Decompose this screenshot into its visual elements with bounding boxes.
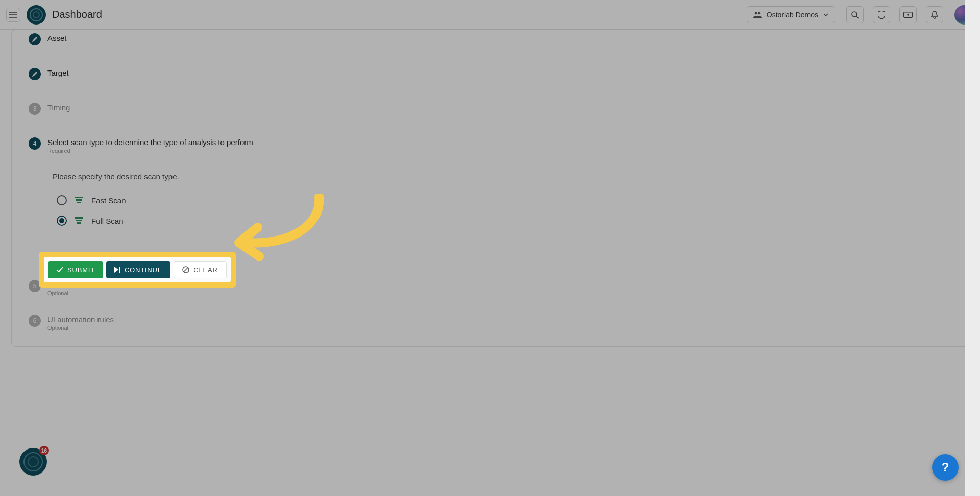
clear-label: CLEAR [193, 266, 217, 274]
step-3-label[interactable]: Timing [47, 103, 968, 112]
clear-button[interactable]: CLEAR [174, 261, 226, 278]
scan-type-fast[interactable]: Fast Scan [53, 195, 968, 205]
step-2-label[interactable]: Target [47, 68, 968, 77]
step-1-marker [29, 33, 41, 45]
search-icon [851, 11, 859, 19]
svg-rect-11 [119, 267, 120, 273]
radio-full-label: Full Scan [91, 217, 124, 225]
svg-rect-8 [75, 217, 83, 219]
help-label: ? [942, 460, 949, 475]
radio-full[interactable] [57, 216, 67, 226]
submit-label: SUBMIT [67, 266, 95, 274]
svg-point-4 [907, 14, 909, 16]
step-1-label[interactable]: Asset [47, 34, 968, 42]
scan-type-full[interactable]: Full Scan [53, 216, 968, 226]
org-selector[interactable]: Ostorlab Demos [747, 6, 835, 23]
radio-fast-label: Fast Scan [91, 196, 126, 205]
continue-label: CONTINUE [125, 266, 162, 274]
right-pane-edge [965, 0, 980, 496]
bell-icon [931, 11, 938, 19]
layers-icon [74, 196, 84, 204]
step-6-label[interactable]: UI automation rules [47, 315, 968, 324]
support-badge: 16 [39, 446, 49, 455]
brand-logo[interactable] [27, 5, 46, 25]
svg-point-2 [852, 12, 857, 17]
step-3-marker: 3 [29, 103, 41, 115]
hamburger-icon [9, 12, 17, 18]
chevron-down-icon [823, 13, 828, 16]
skip-next-icon [114, 267, 120, 273]
svg-rect-9 [76, 220, 82, 221]
ticket-button[interactable] [899, 6, 917, 23]
shield-icon [878, 11, 885, 19]
pencil-icon [32, 36, 38, 42]
scan-type-instruction: Please specify the desired scan type. [53, 172, 968, 181]
step-4-label: Select scan type to determine the type o… [47, 138, 968, 147]
svg-rect-6 [76, 199, 82, 201]
page-title: Dashboard [52, 9, 102, 20]
layers-icon [74, 217, 84, 225]
help-button[interactable]: ? [932, 454, 959, 481]
top-bar: Dashboard Ostorlab Demos [0, 0, 980, 30]
org-label: Ostorlab Demos [767, 11, 818, 19]
step-6-sublabel: Optional [47, 325, 968, 331]
search-button[interactable] [846, 6, 864, 23]
submit-button[interactable]: SUBMIT [48, 261, 103, 278]
step-6-marker: 6 [29, 315, 41, 327]
tour-highlight: SUBMIT CONTINUE CLEAR [39, 252, 236, 288]
svg-rect-5 [75, 197, 83, 198]
menu-button[interactable] [6, 8, 20, 22]
step-4-marker: 4 [29, 137, 41, 150]
check-icon [56, 267, 63, 273]
svg-rect-7 [77, 202, 81, 203]
notifications-button[interactable] [926, 6, 943, 23]
svg-point-1 [757, 12, 760, 14]
continue-button[interactable]: CONTINUE [106, 261, 170, 278]
radio-fast[interactable] [57, 195, 67, 205]
svg-point-0 [754, 12, 757, 14]
shield-button[interactable] [873, 6, 890, 23]
ticket-icon [903, 12, 913, 18]
step-4-sublabel: Required [47, 148, 968, 154]
stepper-card: Asset Target 3 [11, 30, 969, 347]
svg-rect-10 [77, 222, 81, 224]
step-5-sublabel: Optional [47, 290, 968, 296]
group-icon [753, 12, 762, 18]
step-2-marker [29, 68, 41, 80]
pencil-icon [32, 71, 38, 77]
prohibit-icon [182, 266, 189, 273]
support-widget[interactable]: 16 [19, 448, 47, 476]
